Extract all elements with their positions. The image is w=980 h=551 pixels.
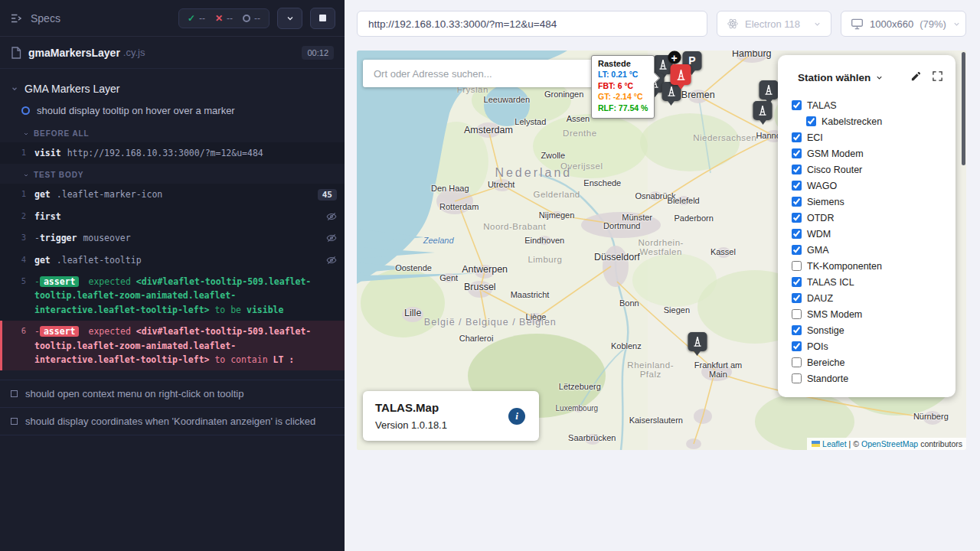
specs-title[interactable]: Specs bbox=[31, 12, 60, 24]
station-filter-item: Cisco Router bbox=[792, 161, 948, 178]
station-filter-item: TALAS bbox=[792, 97, 948, 113]
station-label: Standorte bbox=[807, 373, 848, 384]
specs-list-icon[interactable] bbox=[9, 11, 23, 25]
edit-pencil-icon[interactable] bbox=[910, 70, 922, 85]
assert-text: LT : bbox=[273, 354, 295, 365]
station-label: Siemens bbox=[807, 197, 844, 207]
element-count-badge: 45 bbox=[318, 189, 337, 201]
panel-header: Station wählen bbox=[778, 70, 956, 85]
sections: BEFORE ALL 1 visithttp://192.168.10.33:3… bbox=[0, 122, 345, 370]
fullscreen-icon[interactable] bbox=[932, 70, 943, 85]
info-icon[interactable]: i bbox=[508, 408, 525, 425]
panel-title[interactable]: Station wählen bbox=[798, 72, 871, 83]
station-label: DAUZ bbox=[807, 293, 833, 304]
command-row[interactable]: 5 -assertexpected <div#leaflet-tooltip-5… bbox=[0, 271, 345, 321]
station-marker-icon[interactable] bbox=[688, 332, 707, 360]
command-number: 1 bbox=[2, 187, 34, 201]
station-marker-icon[interactable] bbox=[753, 101, 773, 129]
viewport-selector[interactable]: 1000x660 (79%) bbox=[841, 11, 966, 37]
spec-extension: .cy.js bbox=[123, 47, 145, 58]
tooltip-row: GT: -2.14 °C bbox=[598, 91, 648, 103]
pending-test-row[interactable]: should open context menu on right-click … bbox=[0, 380, 345, 407]
command-row[interactable]: 4 get.leaflet-tooltip bbox=[0, 249, 345, 271]
station-checkbox[interactable] bbox=[792, 325, 802, 335]
aut-header: Electron 118 1000x660 (79%) bbox=[345, 0, 980, 37]
tooltip-row: LT: 0.21 °C bbox=[598, 69, 648, 80]
url-input[interactable] bbox=[367, 18, 697, 31]
leaflet-flag-icon bbox=[812, 441, 820, 447]
station-checkbox[interactable] bbox=[792, 277, 802, 287]
station-label: TALAS bbox=[807, 100, 837, 111]
station-checkbox[interactable] bbox=[792, 181, 802, 191]
scrollbar-thumb[interactable] bbox=[962, 52, 965, 165]
active-station-marker-icon[interactable] bbox=[671, 64, 691, 93]
pending-test-title: should open context menu on right-click … bbox=[25, 388, 243, 399]
tooltip-row-label: LT: bbox=[598, 70, 609, 79]
station-checkbox[interactable] bbox=[792, 245, 802, 255]
pending-test-title: should display coordinates when 'Koordin… bbox=[25, 416, 315, 427]
station-filter-item: TALAS ICL bbox=[792, 274, 948, 290]
station-checkbox[interactable] bbox=[792, 373, 802, 383]
spec-file-row[interactable]: gmaMarkersLayer .cy.js 00:12 bbox=[0, 37, 345, 69]
assert-text: to contain bbox=[209, 354, 273, 365]
station-checkbox[interactable] bbox=[792, 165, 802, 174]
section-header[interactable]: TEST BODY bbox=[0, 164, 345, 184]
tooltip-row-value: -2.14 °C bbox=[611, 92, 643, 101]
station-filter-item: Siemens bbox=[792, 194, 948, 210]
station-filter-item: Kabelstrecken bbox=[792, 113, 948, 129]
leaflet-link[interactable]: Leaflet bbox=[822, 439, 847, 448]
assert-text: visible bbox=[247, 305, 283, 315]
station-filter-item: GMA bbox=[792, 242, 948, 258]
chevron-down-icon[interactable] bbox=[875, 73, 884, 82]
station-checkbox[interactable] bbox=[792, 293, 802, 303]
command-row[interactable]: 1 get.leaflet-marker-icon 45 bbox=[0, 184, 345, 205]
station-checkbox[interactable] bbox=[792, 148, 802, 158]
section-header[interactable]: BEFORE ALL bbox=[0, 122, 345, 142]
station-checkbox[interactable] bbox=[792, 309, 802, 319]
osm-link[interactable]: OpenStreetMap bbox=[861, 439, 918, 448]
station-checkbox[interactable] bbox=[792, 197, 802, 207]
station-checkbox[interactable] bbox=[792, 261, 802, 271]
station-filter-item: SMS Modem bbox=[792, 306, 948, 322]
station-filter-item: ECI bbox=[792, 129, 948, 145]
spec-file-icon bbox=[11, 47, 21, 59]
map[interactable]: WaddenzeeLeeuwardenGroningenFryslânAssen… bbox=[357, 51, 966, 450]
command-row[interactable]: 2 first bbox=[0, 206, 345, 227]
cluster-plus-icon[interactable]: + bbox=[668, 51, 681, 64]
station-checkbox[interactable] bbox=[792, 229, 802, 239]
station-filter-item: WAGO bbox=[792, 178, 948, 194]
map-search-box bbox=[363, 60, 594, 87]
station-checkbox[interactable] bbox=[792, 100, 802, 110]
tooltip-row-value: 77.54 % bbox=[616, 103, 648, 112]
suite-header[interactable]: GMA Markers Layer bbox=[0, 77, 345, 101]
url-bar bbox=[357, 11, 707, 37]
eye-slash-icon bbox=[326, 211, 337, 222]
command-row[interactable]: 1 visithttp://192.168.10.33:3000/?m=12&u… bbox=[0, 142, 345, 164]
station-checkbox[interactable] bbox=[792, 357, 802, 367]
version-card: TALAS.Map Version 1.0.18.1 i bbox=[363, 391, 539, 441]
pending-icon bbox=[243, 15, 250, 22]
station-filter-item: POIs bbox=[792, 338, 948, 354]
browser-selector[interactable]: Electron 118 bbox=[717, 11, 831, 37]
search-input[interactable] bbox=[372, 67, 585, 80]
collapse-button[interactable] bbox=[277, 8, 302, 29]
marker-tooltip[interactable]: Rastede LT: 0.21 °C FBT: 6 °C GT: -2.14 … bbox=[591, 55, 655, 119]
station-checkbox[interactable] bbox=[806, 116, 816, 126]
station-list: TALAS Kabelstrecken ECI GSM Modem Cisco … bbox=[778, 97, 956, 386]
station-checkbox[interactable] bbox=[792, 132, 802, 142]
tooltip-row: FBT: 6 °C bbox=[598, 80, 648, 92]
tooltip-rows: LT: 0.21 °C FBT: 6 °C GT: -2.14 °C RLF: … bbox=[598, 69, 648, 114]
station-checkbox[interactable] bbox=[792, 341, 802, 351]
pending-test-icon bbox=[11, 418, 18, 425]
cypress-reporter: Specs ✓-- ✕-- -- gmaMarkersLayer .cy.js … bbox=[0, 0, 345, 551]
station-checkbox[interactable] bbox=[792, 213, 802, 223]
assert-text: to be bbox=[209, 305, 246, 315]
command-args: http://192.168.10.33:3000/?m=12&u=484 bbox=[67, 148, 263, 158]
station-filter-item: WDM bbox=[792, 226, 948, 242]
active-test-row[interactable]: should display tooltip on hover over a m… bbox=[0, 101, 345, 122]
command-row[interactable]: 6 -assertexpected <div#leaflet-tooltip-5… bbox=[0, 321, 345, 370]
station-filter-item: GSM Modem bbox=[792, 145, 948, 161]
pending-test-row[interactable]: should display coordinates when 'Koordin… bbox=[0, 407, 345, 435]
command-row[interactable]: 3 -triggermouseover bbox=[0, 227, 345, 249]
stop-button[interactable] bbox=[310, 8, 335, 29]
